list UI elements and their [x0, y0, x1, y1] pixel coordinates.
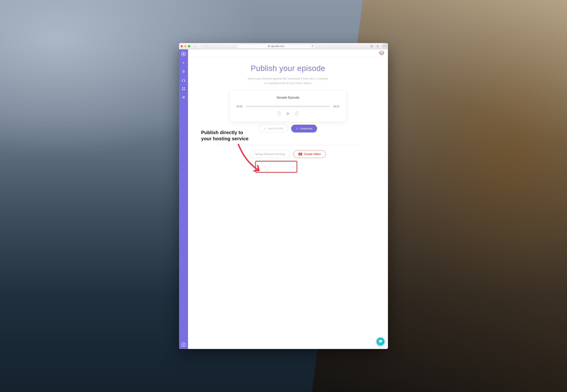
pencil-icon [264, 127, 267, 130]
expand-sidebar-button[interactable] [181, 343, 186, 347]
app-sidebar: + [179, 49, 188, 349]
page-subtitle-line2: to a podcast host of your choice below. [265, 82, 312, 84]
play-button[interactable] [285, 111, 290, 116]
player-controls: 10 30 [277, 111, 299, 116]
sidebar-toggle-button[interactable] [204, 44, 209, 48]
new-tab-button[interactable]: + [383, 43, 388, 49]
record-icon[interactable] [182, 70, 185, 73]
chat-icon [378, 339, 383, 344]
safari-window: app.alitu.com + + [179, 43, 388, 349]
back-button[interactable] [193, 44, 198, 48]
svg-rect-9 [184, 81, 185, 81]
audio-player: 00:00 00:01 [237, 105, 340, 108]
svg-rect-0 [205, 45, 208, 47]
current-time: 00:00 [237, 105, 243, 108]
headphones-icon[interactable] [182, 78, 185, 82]
address-bar[interactable]: app.alitu.com [237, 44, 315, 48]
seek-track[interactable] [246, 105, 330, 108]
duration: 00:01 [333, 105, 340, 108]
app-content: Publish your episode Here's your finishe… [188, 49, 388, 349]
back-to-edit-button[interactable]: Back to Edit [259, 125, 288, 132]
page-subtitle-line1: Here's your finished episode file! Downl… [248, 77, 328, 80]
svg-rect-2 [268, 46, 269, 47]
skip-back-label: 10 [278, 113, 280, 115]
download-icon [296, 127, 298, 130]
close-window-button[interactable] [180, 45, 183, 47]
create-video-button[interactable]: Create Video [293, 150, 326, 158]
chat-widget-button[interactable] [376, 337, 385, 346]
minimize-window-button[interactable] [184, 45, 187, 47]
seek-track-line [246, 106, 330, 107]
bottom-button-row: Setup Podcast Hosting Create Video [250, 150, 326, 158]
window-controls [180, 45, 190, 47]
episode-card: Sample Episode 00:00 00:01 10 [230, 90, 346, 121]
download-button[interactable]: Download [291, 125, 317, 132]
settings-icon[interactable] [182, 96, 185, 99]
reload-button[interactable] [312, 45, 314, 47]
svg-rect-11 [184, 87, 185, 88]
app-topbar [188, 49, 388, 57]
svg-rect-8 [182, 81, 183, 81]
page-subtitle: Here's your finished episode file! Downl… [248, 77, 328, 85]
svg-rect-12 [182, 89, 183, 90]
downloads-button[interactable] [369, 44, 374, 48]
back-to-edit-label: Back to Edit [269, 127, 283, 130]
share-button[interactable] [375, 44, 380, 48]
url-host: app.alitu.com [271, 45, 284, 47]
svg-rect-7 [183, 70, 184, 72]
lock-icon [268, 45, 270, 47]
library-icon[interactable] [182, 87, 185, 90]
setup-hosting-label: Setup Podcast Hosting [255, 153, 285, 155]
forward-button[interactable] [198, 44, 203, 48]
create-video-label: Create Video [304, 153, 321, 155]
setup-hosting-button[interactable]: Setup Podcast Hosting [250, 150, 290, 158]
user-avatar[interactable] [379, 51, 384, 56]
browser-titlebar: app.alitu.com + [179, 43, 388, 49]
episode-title: Sample Episode [277, 96, 299, 99]
youtube-icon [298, 153, 302, 155]
skip-forward-label: 30 [296, 113, 298, 115]
publish-page: Publish your episode Here's your finishe… [210, 57, 366, 166]
download-label: Download [300, 127, 312, 130]
section-divider [215, 145, 361, 145]
card-button-row: Back to Edit Download [259, 125, 317, 132]
page-title: Publish your episode [251, 64, 325, 73]
skip-back-button[interactable]: 10 [277, 111, 282, 116]
svg-rect-13 [184, 89, 185, 90]
nav-back-forward [193, 44, 203, 48]
svg-rect-10 [182, 87, 183, 88]
skip-forward-button[interactable]: 30 [294, 111, 299, 116]
app-frame: + Publish your episode [179, 49, 388, 349]
app-logo-icon[interactable] [181, 52, 186, 56]
maximize-window-button[interactable] [188, 45, 190, 47]
new-episode-button[interactable]: + [182, 61, 185, 65]
